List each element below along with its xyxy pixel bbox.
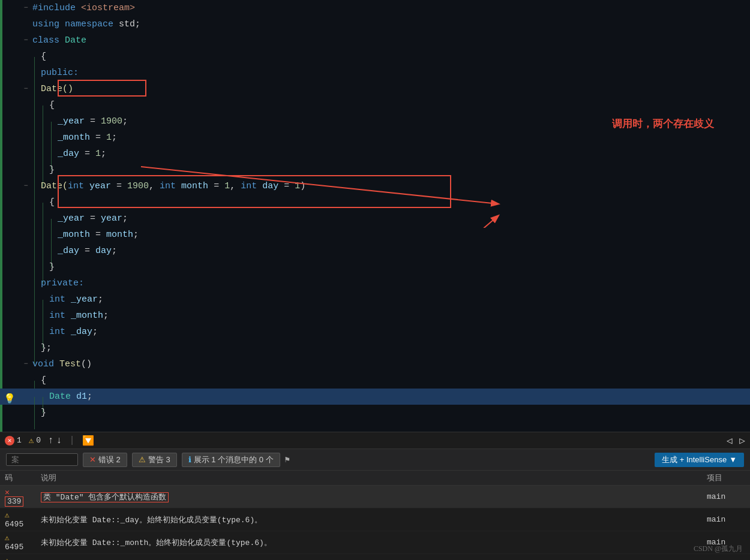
error-project: main [702, 554, 750, 561]
watermark: CSDN @孤九月 [694, 544, 743, 554]
up-arrow[interactable]: ↑ [48, 435, 54, 446]
code-line: −Date(int year = 1900, int month = 1, in… [0, 178, 750, 194]
code-content: } [47, 259, 750, 275]
code-content: Date() [38, 81, 750, 97]
code-line: using namespace std; [0, 16, 750, 32]
error-filter-btn[interactable]: ✕ 错误 2 [83, 453, 127, 467]
build-btn[interactable]: 生成 + IntelliSense ▼ [655, 453, 744, 467]
warning-filter-btn[interactable]: ⚠ 警告 3 [132, 453, 177, 467]
fold-icon[interactable]: − [22, 356, 30, 372]
error-badge: ✕ [5, 436, 14, 445]
code-content: } [38, 405, 750, 421]
status-bar: ✕ 1 ⚠ 0 ↑ ↓ | 🔽 ◁ ▷ [0, 432, 750, 448]
code-content: #include <iostream> [30, 0, 750, 16]
lightbulb-icon[interactable]: 💡 [4, 393, 16, 405]
warning-status[interactable]: ⚠ 0 [29, 435, 41, 445]
error-project: main [702, 508, 750, 531]
code-line: private: [0, 275, 750, 291]
error-description: 未初始化变量 Date::_month。始终初始化成员变量(type.6)。 [36, 531, 702, 554]
error-panel-toolbar: ✕ 错误 2 ⚠ 警告 3 ℹ 展示 1 个消息中的 0 个 ⚑ 生成 + In… [0, 449, 750, 471]
code-content: { [47, 97, 750, 113]
code-line: −class Date [0, 32, 750, 49]
code-content: { [38, 372, 750, 389]
filter-flag-icon[interactable]: ⚑ [285, 454, 290, 465]
filter-icon[interactable]: 🔽 [82, 435, 94, 447]
error-status[interactable]: ✕ 1 [5, 436, 22, 445]
table-row[interactable]: ⚠ 6495未初始化变量 Date::_month。始终初始化成员变量(type… [0, 531, 750, 554]
error-count: 1 [17, 436, 22, 445]
error-table: 码 说明 项目 ✕ 339类 "Date" 包含多个默认构造函数main⚠ 64… [0, 471, 750, 560]
code-content: }; [38, 340, 750, 356]
nav-arrows[interactable]: ↑ ↓ [48, 435, 62, 446]
code-content: class Date [30, 32, 750, 49]
build-btn-label: 生成 + IntelliSense [662, 454, 727, 465]
error-icon: ✕ [89, 455, 96, 464]
code-line: { [0, 194, 750, 210]
fold-icon[interactable]: − [22, 81, 30, 97]
search-input[interactable] [6, 453, 78, 466]
scroll-left[interactable]: ◁ [727, 435, 733, 447]
error-description: 未初始化变量 Date::_year。始终初始化成员变量(type.6)。 [36, 554, 702, 561]
fold-icon[interactable]: − [22, 178, 30, 194]
code-line: int _year; [0, 291, 750, 308]
table-row[interactable]: ⚠ 6495未初始化变量 Date::_year。始终初始化成员变量(type.… [0, 554, 750, 561]
code-line: _year = year; [0, 210, 750, 227]
code-content: public: [38, 65, 750, 81]
code-content: _month = month; [55, 227, 750, 243]
code-content: Date(int year = 1900, int month = 1, int… [38, 178, 750, 194]
down-arrow[interactable]: ↓ [56, 435, 62, 446]
code-line: { [0, 372, 750, 389]
code-line: } [0, 405, 750, 421]
error-panel: ✕ 错误 2 ⚠ 警告 3 ℹ 展示 1 个消息中的 0 个 ⚑ 生成 + In… [0, 448, 750, 560]
code-line: } [0, 162, 750, 178]
error-description: 类 "Date" 包含多个默认构造函数 [36, 486, 702, 508]
code-line: _day = 1; [0, 146, 750, 162]
table-row[interactable]: ⚠ 6495未初始化变量 Date::_day。始终初始化成员变量(type.6… [0, 508, 750, 531]
code-line: int _month; [0, 308, 750, 324]
error-project: main [702, 486, 750, 508]
fold-icon[interactable]: − [22, 0, 30, 16]
fold-icon[interactable]: − [22, 32, 30, 49]
code-line: int _day; [0, 324, 750, 340]
code-content: _day = 1; [55, 146, 750, 162]
annotation-text: 调用时，两个存在歧义 [612, 117, 714, 131]
code-content: _year = year; [55, 210, 750, 227]
warning-icon: ⚠ [29, 435, 34, 445]
code-content: { [38, 49, 750, 65]
warning-count: 0 [36, 436, 41, 445]
error-btn-label: 错误 2 [98, 454, 121, 465]
code-content: _day = day; [55, 243, 750, 259]
code-content: private: [38, 275, 750, 291]
separator: | [69, 435, 75, 446]
code-line: }; [0, 340, 750, 356]
code-content: int _month; [47, 308, 750, 324]
code-content: int _day; [47, 324, 750, 340]
code-line: −Date() [0, 81, 750, 97]
error-code: ⚠ 6495 [0, 508, 36, 531]
code-content: int _year; [47, 291, 750, 308]
error-code: ⚠ 6495 [0, 554, 36, 561]
code-line: Date d1; [0, 389, 750, 405]
build-dropdown-icon: ▼ [729, 455, 737, 464]
col-project: 项目 [702, 471, 750, 486]
table-row[interactable]: ✕ 339类 "Date" 包含多个默认构造函数main [0, 486, 750, 508]
code-line: −#include <iostream> [0, 0, 750, 16]
info-filter-btn[interactable]: ℹ 展示 1 个消息中的 0 个 [182, 453, 280, 467]
code-line: } [0, 259, 750, 275]
error-table-body: ✕ 339类 "Date" 包含多个默认构造函数main⚠ 6495未初始化变量… [0, 486, 750, 561]
code-content: } [47, 162, 750, 178]
code-line: public: [0, 65, 750, 81]
code-container: −#include <iostream>using namespace std;… [0, 0, 750, 421]
code-content: { [47, 194, 750, 210]
editor-area: −#include <iostream>using namespace std;… [0, 0, 750, 432]
error-description: 未初始化变量 Date::_day。始终初始化成员变量(type.6)。 [36, 508, 702, 531]
error-code: ✕ 339 [0, 486, 36, 508]
warning-icon-panel: ⚠ [139, 455, 146, 464]
code-line: _day = day; [0, 243, 750, 259]
scroll-right[interactable]: ▷ [739, 435, 745, 447]
code-content: Date d1; [47, 389, 750, 405]
error-code: ⚠ 6495 [0, 531, 36, 554]
code-line: −void Test() [0, 356, 750, 372]
code-line: _month = month; [0, 227, 750, 243]
code-content: using namespace std; [30, 16, 750, 32]
